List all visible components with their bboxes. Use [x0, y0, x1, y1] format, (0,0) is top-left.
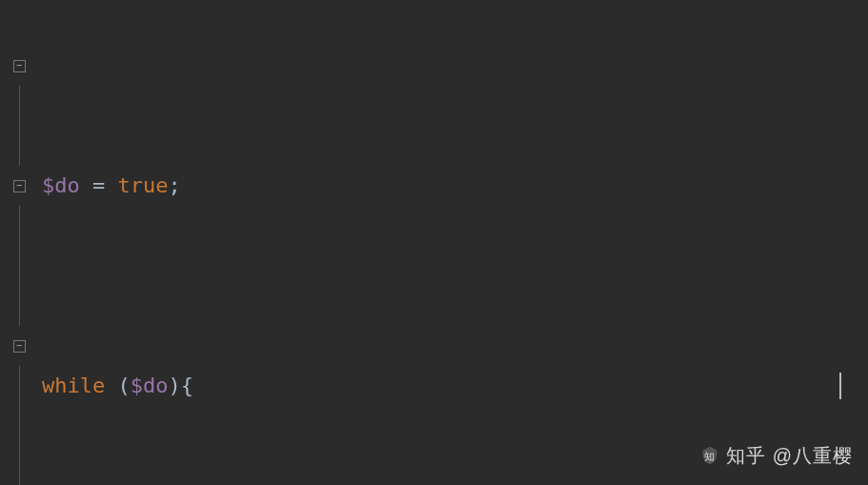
code-editor[interactable]: − − − $do = true; while ($do){ $sql = $r… — [0, 0, 868, 485]
variable-token: $do — [42, 173, 80, 197]
watermark: 知 知乎 @八重樱 — [699, 435, 853, 475]
keyword-token: while — [42, 374, 105, 397]
watermark-text: 知乎 @八重樱 — [726, 435, 853, 475]
fold-toggle-icon[interactable]: − — [13, 180, 26, 192]
code-area[interactable]: $do = true; while ($do){ $sql = $redis_o… — [38, 0, 868, 485]
svg-text:知: 知 — [704, 451, 716, 462]
zhihu-logo-icon: 知 — [699, 445, 720, 466]
gutter: − − − — [0, 0, 38, 485]
fold-toggle-icon[interactable]: − — [13, 60, 26, 72]
code-line[interactable]: $do = true; — [42, 166, 868, 206]
keyword-token: true — [118, 173, 169, 197]
fold-toggle-icon[interactable]: − — [13, 340, 26, 353]
code-line[interactable]: while ($do){ — [42, 366, 868, 406]
text-cursor-icon — [839, 373, 841, 399]
variable-token: $do — [131, 374, 169, 397]
